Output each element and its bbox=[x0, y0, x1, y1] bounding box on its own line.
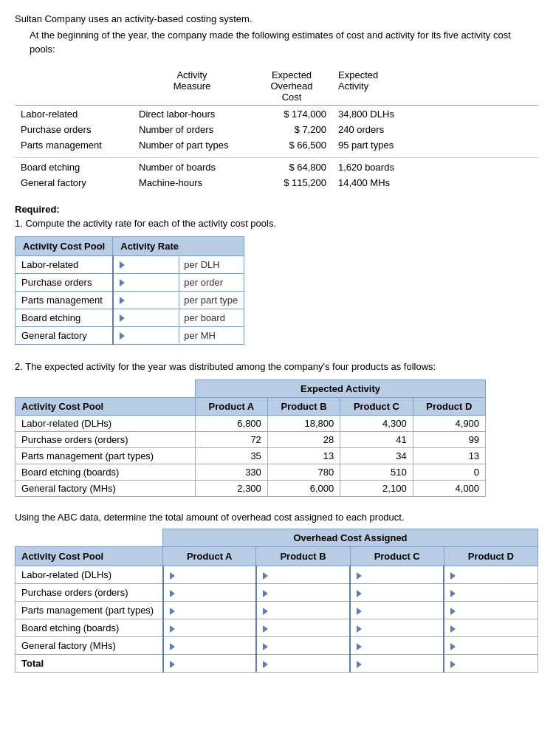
input-arrow-icon bbox=[170, 608, 175, 615]
overhead-row: Total bbox=[16, 655, 538, 673]
col3-header: ExpectedOverheadCost bbox=[251, 67, 332, 106]
table1-row: Parts management Number of part types $ … bbox=[15, 137, 538, 153]
oh-prod-c-input[interactable] bbox=[350, 637, 444, 655]
input-arrow-icon bbox=[120, 261, 125, 269]
table1-row: Purchase orders Number of orders $ 7,200… bbox=[15, 122, 538, 137]
overhead-cost-table: Overhead Cost Assigned Activity Cost Poo… bbox=[15, 529, 538, 673]
activity-value: 14,400 MHs bbox=[332, 175, 538, 190]
ar-col2-header: Activity Rate bbox=[113, 236, 244, 255]
oh-pool-label: Parts management (part types) bbox=[16, 602, 163, 619]
ea-prod-c: 34 bbox=[340, 448, 413, 464]
oh-prod-b-input[interactable] bbox=[256, 602, 350, 619]
oh-prod-d-input[interactable] bbox=[444, 619, 537, 637]
activity-value: 95 part types bbox=[332, 137, 538, 153]
oh-col4-header: Product C bbox=[350, 547, 444, 566]
ea-prod-a: 72 bbox=[196, 432, 268, 448]
oh-prod-d-input[interactable] bbox=[444, 602, 537, 619]
activity-rate-row: Labor-related per DLH bbox=[16, 255, 244, 273]
required-section: Required: 1. Compute the activity rate f… bbox=[15, 204, 538, 229]
oh-prod-a-input[interactable] bbox=[163, 584, 256, 602]
rate-input-cell[interactable] bbox=[113, 326, 179, 344]
oh-prod-c-input[interactable] bbox=[350, 655, 444, 673]
oh-col5-header: Product D bbox=[444, 547, 537, 566]
input-arrow-icon bbox=[263, 590, 268, 597]
oh-prod-a-input[interactable] bbox=[163, 619, 256, 637]
measure-label: Machine-hours bbox=[133, 175, 251, 190]
ea-prod-a: 2,300 bbox=[196, 481, 268, 497]
ea-prod-b: 6,000 bbox=[267, 481, 340, 497]
ea-prod-c: 510 bbox=[340, 464, 413, 481]
measure-label: Number of orders bbox=[133, 122, 251, 137]
ea-col4: Product C bbox=[340, 398, 413, 416]
oh-prod-b-input[interactable] bbox=[256, 584, 350, 602]
oh-pool-label: Total bbox=[16, 655, 163, 673]
unit-label: per MH bbox=[179, 326, 244, 344]
oh-prod-d-input[interactable] bbox=[444, 637, 537, 655]
ea-col1: Activity Cost Pool bbox=[16, 398, 196, 416]
oh-prod-c-input[interactable] bbox=[350, 619, 444, 637]
table1-row: Board etching Number of boards $ 64,800 … bbox=[15, 157, 538, 175]
oh-prod-d-input[interactable] bbox=[444, 655, 537, 673]
oh-prod-c-input[interactable] bbox=[350, 566, 444, 584]
oh-pool-label: Board etching (boards) bbox=[16, 619, 163, 637]
ea-prod-a: 6,800 bbox=[196, 416, 268, 432]
ea-pool-label: Parts management (part types) bbox=[16, 448, 196, 464]
oh-prod-b-input[interactable] bbox=[256, 655, 350, 673]
oh-prod-a-input[interactable] bbox=[163, 602, 256, 619]
pool-label: Purchase orders bbox=[15, 122, 133, 137]
expected-activity-span: Expected Activity bbox=[196, 380, 486, 398]
oh-pool-label: General factory (MHs) bbox=[16, 637, 163, 655]
rate-input-cell[interactable] bbox=[113, 273, 179, 291]
rate-input-cell[interactable] bbox=[113, 309, 179, 326]
overhead-row: General factory (MHs) bbox=[16, 637, 538, 655]
activity-rate-row: Board etching per board bbox=[16, 309, 244, 326]
oh-prod-a-input[interactable] bbox=[163, 637, 256, 655]
activity-rate-row: Parts management per part type bbox=[16, 291, 244, 309]
required-header: Required: bbox=[15, 204, 538, 215]
rate-input-cell[interactable] bbox=[113, 255, 179, 273]
cost-value: $ 7,200 bbox=[251, 122, 332, 137]
unit-label: per board bbox=[179, 309, 244, 326]
pool-name: Parts management bbox=[16, 291, 113, 309]
using-abc-p: Using the ABC data, determine the total … bbox=[15, 512, 538, 523]
q2-section: 2. The expected activity for the year wa… bbox=[15, 360, 538, 374]
expected-activity-row: Parts management (part types) 35 13 34 1… bbox=[16, 448, 486, 464]
input-arrow-icon bbox=[170, 643, 175, 650]
oh-prod-b-input[interactable] bbox=[256, 566, 350, 584]
oh-prod-c-input[interactable] bbox=[350, 602, 444, 619]
pool-name: Labor-related bbox=[16, 255, 113, 273]
oh-prod-c-input[interactable] bbox=[350, 584, 444, 602]
ea-prod-c: 2,100 bbox=[340, 481, 413, 497]
input-arrow-icon bbox=[357, 590, 362, 597]
input-arrow-icon bbox=[450, 590, 456, 597]
measure-label: Number of part types bbox=[133, 137, 251, 153]
oh-prod-a-input[interactable] bbox=[163, 566, 256, 584]
oh-prod-d-input[interactable] bbox=[444, 584, 537, 602]
input-arrow-icon bbox=[120, 279, 125, 286]
rate-input-cell[interactable] bbox=[113, 291, 179, 309]
input-arrow-icon bbox=[170, 625, 175, 633]
pool-label: General factory bbox=[15, 175, 133, 190]
oh-prod-b-input[interactable] bbox=[256, 637, 350, 655]
required-q1: 1. Compute the activity rate for each of… bbox=[15, 218, 538, 229]
ea-pool-label: General factory (MHs) bbox=[16, 481, 196, 497]
oh-prod-b-input[interactable] bbox=[256, 619, 350, 637]
ea-col5: Product D bbox=[413, 398, 485, 416]
ea-prod-d: 0 bbox=[413, 464, 485, 481]
input-arrow-icon bbox=[450, 643, 456, 650]
overhead-row: Board etching (boards) bbox=[16, 619, 538, 637]
oh-prod-d-input[interactable] bbox=[444, 566, 537, 584]
input-arrow-icon bbox=[263, 661, 268, 668]
ea-col2: Product A bbox=[196, 398, 268, 416]
pool-label: Labor-related bbox=[15, 105, 133, 122]
cost-value: $ 115,200 bbox=[251, 175, 332, 190]
expected-activity-row: Board etching (boards) 330 780 510 0 bbox=[16, 464, 486, 481]
input-arrow-icon bbox=[357, 572, 362, 580]
input-arrow-icon bbox=[263, 608, 268, 615]
oh-prod-a-input[interactable] bbox=[163, 655, 256, 673]
oh-pool-label: Labor-related (DLHs) bbox=[16, 566, 163, 584]
ea-pool-label: Purchase orders (orders) bbox=[16, 432, 196, 448]
measure-label: Number of boards bbox=[133, 157, 251, 175]
ea-pool-label: Board etching (boards) bbox=[16, 464, 196, 481]
input-arrow-icon bbox=[120, 315, 125, 322]
